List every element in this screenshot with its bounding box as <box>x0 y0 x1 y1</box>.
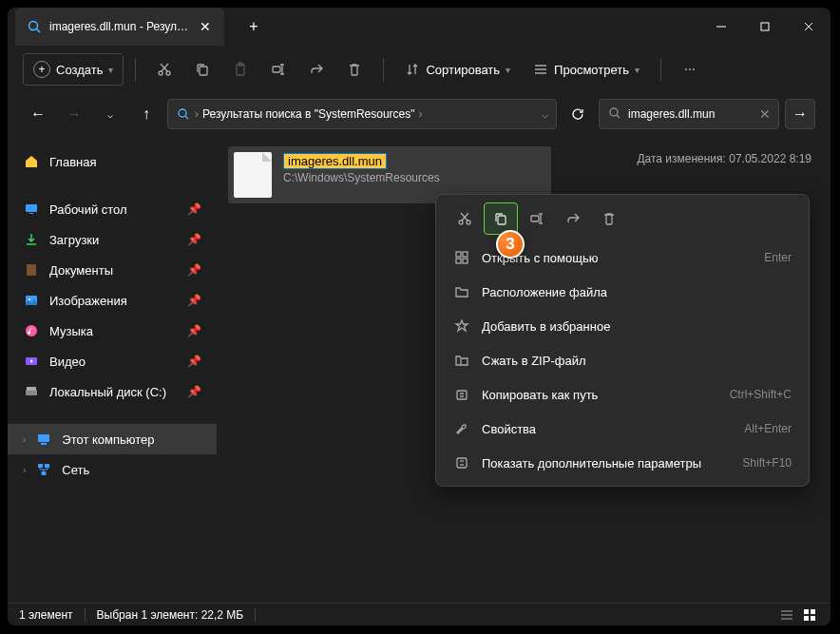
svg-rect-28 <box>29 213 33 214</box>
titlebar: imageres.dll.mun - Результат ✕ + <box>8 8 830 46</box>
svg-rect-50 <box>804 616 809 621</box>
back-button[interactable]: ← <box>23 99 53 129</box>
desktop-icon <box>23 201 40 218</box>
sidebar-item-this-pc[interactable]: › Этот компьютер <box>8 424 217 454</box>
sidebar-item-network[interactable]: › Сеть <box>8 454 217 485</box>
svg-rect-11 <box>237 65 244 75</box>
pin-icon: 📌 <box>187 294 201 307</box>
cut-icon[interactable] <box>147 53 181 86</box>
svg-rect-57 <box>531 216 539 221</box>
pin-icon: 📌 <box>187 263 201 277</box>
ctx-add-favorite[interactable]: Добавить в избранное <box>442 309 803 343</box>
ctx-show-more[interactable]: Показать дополнительные параметры Shift+… <box>442 446 803 480</box>
ctx-cut-icon[interactable] <box>448 202 482 235</box>
svg-point-0 <box>29 22 38 30</box>
clear-search-icon[interactable]: ✕ <box>759 106 771 122</box>
close-icon[interactable]: ✕ <box>199 19 213 34</box>
pc-icon <box>35 431 52 448</box>
status-count: 1 элемент <box>19 608 73 622</box>
svg-point-52 <box>459 221 463 224</box>
search-go-button[interactable]: → <box>785 99 815 129</box>
svg-point-22 <box>693 68 695 70</box>
search-input[interactable]: imageres.dll.mun ✕ <box>599 99 779 129</box>
tab[interactable]: imageres.dll.mun - Результат ✕ <box>15 8 224 46</box>
new-tab-button[interactable]: + <box>239 12 268 41</box>
sidebar-item-documents[interactable]: Документы 📌 <box>8 255 217 285</box>
view-button[interactable]: Просмотреть ▾ <box>524 53 649 86</box>
share-icon[interactable] <box>299 53 334 86</box>
ctx-compress[interactable]: Сжать в ZIP-файл <box>442 343 803 377</box>
paste-icon <box>223 53 258 86</box>
breadcrumb[interactable]: › Результаты поиска в "SystemResources" … <box>167 99 557 129</box>
ctx-rename-icon[interactable] <box>520 202 554 235</box>
svg-point-25 <box>610 108 618 116</box>
ctx-file-location[interactable]: Расположение файла <box>442 275 803 309</box>
breadcrumb-text: Результаты поиска в "SystemResources" <box>202 107 415 121</box>
svg-rect-27 <box>26 204 37 212</box>
addressbar: ← → ⌵ ↑ › Результаты поиска в "SystemRes… <box>8 93 830 135</box>
ctx-properties[interactable]: Свойства Alt+Enter <box>442 412 803 446</box>
ctx-delete-icon[interactable] <box>592 202 626 235</box>
sidebar-item-local-disk[interactable]: Локальный диск (C:) 📌 <box>8 376 217 407</box>
thumbnails-view-icon[interactable] <box>800 607 819 623</box>
pin-icon: 📌 <box>187 385 201 398</box>
sidebar-item-pictures[interactable]: Изображения 📌 <box>8 285 217 316</box>
open-with-icon <box>453 249 470 266</box>
pictures-icon <box>23 292 40 309</box>
chevron-right-icon: › <box>23 465 26 475</box>
sidebar-item-label: Музыка <box>49 324 178 338</box>
delete-icon[interactable] <box>337 53 372 86</box>
close-window-button[interactable] <box>787 8 830 46</box>
disk-icon <box>23 383 40 400</box>
ctx-label: Сжать в ZIP-файл <box>482 354 792 368</box>
ctx-copy-path[interactable]: Копировать как путь Ctrl+Shift+C <box>442 377 803 412</box>
new-button[interactable]: + Создать ▾ <box>23 53 124 86</box>
copy-icon[interactable] <box>185 53 220 86</box>
svg-rect-37 <box>41 443 47 445</box>
svg-line-8 <box>162 64 168 71</box>
more-icon[interactable] <box>673 53 707 86</box>
sidebar-item-label: Документы <box>49 263 178 278</box>
sidebar-item-desktop[interactable]: Рабочий стол 📌 <box>8 194 217 224</box>
svg-rect-48 <box>804 609 809 614</box>
ctx-label: Добавить в избранное <box>482 319 792 334</box>
copy-path-icon <box>453 386 470 403</box>
star-icon <box>453 317 470 335</box>
svg-rect-49 <box>811 609 815 614</box>
sidebar-item-videos[interactable]: Видео 📌 <box>8 346 217 376</box>
sort-button[interactable]: Сортировать ▾ <box>395 53 520 86</box>
minimize-button[interactable] <box>699 8 743 46</box>
sidebar-item-downloads[interactable]: Загрузки 📌 <box>8 224 217 255</box>
svg-rect-62 <box>463 252 468 257</box>
recent-button[interactable]: ⌵ <box>95 99 125 129</box>
folder-icon <box>176 106 191 122</box>
pin-icon: 📌 <box>187 324 201 337</box>
refresh-button[interactable] <box>563 99 593 129</box>
more-options-icon <box>453 454 470 471</box>
svg-rect-3 <box>761 23 769 30</box>
ctx-label: Показать дополнительные параметры <box>482 456 731 471</box>
sidebar-item-music[interactable]: Музыка 📌 <box>8 316 217 346</box>
svg-line-54 <box>462 213 468 221</box>
svg-rect-39 <box>45 464 49 468</box>
maximize-button[interactable] <box>743 8 787 46</box>
sidebar-item-home[interactable]: Главная <box>8 146 217 177</box>
ctx-label: Открыть с помощью <box>482 251 753 265</box>
svg-line-55 <box>461 213 468 221</box>
status-selected: Выбран 1 элемент: 22,2 МБ <box>97 608 244 622</box>
downloads-icon <box>23 231 40 248</box>
search-icon <box>27 19 42 34</box>
svg-line-24 <box>185 116 188 119</box>
new-label: Создать <box>56 63 103 77</box>
pin-icon: 📌 <box>187 202 201 216</box>
ctx-share-icon[interactable] <box>556 202 590 235</box>
svg-point-21 <box>689 68 691 70</box>
ctx-shortcut: Shift+F10 <box>742 456 792 470</box>
details-view-icon[interactable] <box>777 607 796 623</box>
svg-point-6 <box>159 71 162 75</box>
file-date: Дата изменения: 07.05.2022 8:19 <box>637 152 811 165</box>
rename-icon[interactable] <box>261 53 296 86</box>
svg-rect-38 <box>38 464 43 468</box>
toolbar: + Создать ▾ Сортировать ▾ Просмотреть ▾ <box>8 46 830 93</box>
up-button[interactable]: ↑ <box>131 99 162 129</box>
